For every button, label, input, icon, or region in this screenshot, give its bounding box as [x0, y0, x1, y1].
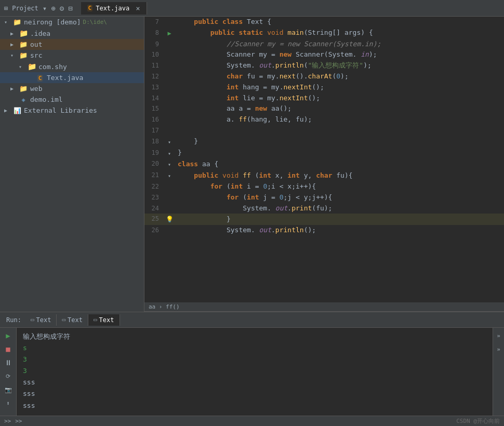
run-toolbar: ▶ ■ ⏸ ⟳ 📷 ⬆ — [0, 328, 17, 416]
run-camera-button[interactable]: 📷 — [3, 384, 14, 395]
settings-icon[interactable]: ⚙ — [60, 4, 64, 12]
com-shy-label: com.shy — [38, 63, 67, 71]
line-number: 22 — [144, 181, 163, 192]
sidebar-item-web[interactable]: ▶ 📁 web — [0, 83, 144, 94]
sidebar-item-ext-lib[interactable]: ▶ 📊 External Libraries — [0, 105, 144, 116]
table-row: 23 for (int j = 0;j < y;j++){ — [144, 192, 504, 203]
run-rerun-button[interactable]: ⟳ — [3, 370, 14, 382]
line-gutter — [163, 82, 176, 93]
line-gutter — [163, 60, 176, 71]
run-tab-1-icon: ▭ — [31, 316, 34, 323]
line-gutter-arrow: ▶ — [163, 28, 176, 39]
expand-right-btn2[interactable]: >> — [15, 418, 22, 424]
output-line-7: sss — [23, 400, 486, 411]
root-label: neirong [demo] — [24, 18, 81, 26]
web-label: web — [30, 85, 42, 92]
sidebar-item-out[interactable]: ▶ 📁 out — [0, 39, 144, 50]
line-number: 26 — [144, 225, 163, 236]
src-label: src — [30, 51, 42, 59]
run-play-button[interactable]: ▶ — [3, 330, 14, 341]
run-pause-button[interactable]: ⏸ — [3, 357, 14, 368]
table-row: 7 public class Text { — [144, 17, 504, 28]
table-row: 16 a. ff(hang, lie, fu); — [144, 114, 504, 125]
run-output: 输入想构成字符 s 3 3 sss sss sss — [17, 328, 493, 416]
root-folder-icon: 📁 — [12, 18, 22, 26]
line-gutter-fold[interactable]: ▾ — [163, 136, 176, 148]
line-gutter-fold[interactable]: ▾ — [163, 148, 176, 159]
tab-close-btn[interactable]: × — [136, 4, 140, 12]
sidebar: ▾ 📁 neirong [demo] D:\ide\ ▶ 📁 .idea ▶ 📁… — [0, 17, 144, 312]
table-row: 17 — [144, 125, 504, 136]
line-gutter — [163, 192, 176, 203]
table-row: 25 💡 } — [144, 214, 504, 225]
run-tab-2-icon: ▭ — [62, 316, 65, 323]
line-code: a. ff(hang, lie, fu); — [176, 114, 504, 125]
bottom-bar: >> >> CSDN @开心向前 — [0, 416, 504, 426]
title-bar-left: ⊞ Project ▾ ⊕ ⚙ ⊟ — [4, 4, 73, 12]
line-code: int lie = my.nextInt(); — [176, 93, 504, 104]
sidebar-item-demo-iml[interactable]: ◈ demo.iml — [0, 94, 144, 105]
run-upload-button[interactable]: ⬆ — [3, 397, 14, 409]
add-icon[interactable]: ⊕ — [51, 4, 55, 12]
run-tab-1[interactable]: ▭ Text — [25, 314, 57, 326]
table-row: 8 ▶ public static void main(String[] arg… — [144, 28, 504, 39]
line-number: 9 — [144, 39, 163, 50]
run-stop-button[interactable]: ■ — [3, 343, 14, 355]
line-code — [176, 125, 504, 136]
line-number: 24 — [144, 203, 163, 214]
sidebar-root[interactable]: ▾ 📁 neirong [demo] D:\ide\ — [0, 17, 144, 28]
line-number: 7 — [144, 17, 163, 28]
run-tab-1-label: Text — [36, 316, 51, 324]
editor-tab-label: Text.java — [96, 5, 129, 12]
line-gutter — [163, 125, 176, 136]
iml-icon: ◈ — [19, 96, 28, 103]
line-number: 12 — [144, 71, 163, 82]
line-gutter — [163, 225, 176, 236]
table-row: 19 ▾ } — [144, 148, 504, 159]
sidebar-item-idea[interactable]: ▶ 📁 .idea — [0, 28, 144, 39]
run-tab-3-icon: ▭ — [94, 316, 97, 323]
sidebar-item-com-shy[interactable]: ▾ 📁 com.shy — [0, 61, 144, 72]
line-gutter-bulb: 💡 — [163, 214, 176, 225]
line-gutter — [163, 49, 176, 60]
line-number: 17 — [144, 125, 163, 136]
output-line-5: sss — [23, 377, 486, 388]
editor-content[interactable]: 7 public class Text { 8 ▶ public static … — [144, 17, 504, 302]
chevron-down-icon[interactable]: ▾ — [43, 4, 47, 12]
line-code: class aa { — [176, 158, 504, 170]
expand-left-button[interactable]: >> — [4, 418, 11, 424]
layout-icon[interactable]: ⊟ — [68, 4, 72, 12]
line-code: Scanner my = new Scanner(System. in); — [176, 49, 504, 60]
sidebar-item-src[interactable]: ▾ 📁 src — [0, 50, 144, 61]
run-tab-2[interactable]: ▭ Text — [57, 314, 88, 326]
editor-area: 7 public class Text { 8 ▶ public static … — [144, 17, 504, 312]
line-number: 19 — [144, 148, 163, 159]
line-code: System. out.println("输入想构成字符"); — [176, 60, 504, 71]
table-row: 26 System. out.println(); — [144, 225, 504, 236]
table-row: 11 System. out.println("输入想构成字符"); — [144, 60, 504, 71]
run-tab-3[interactable]: ▭ Text — [88, 314, 120, 326]
collapse-right-button[interactable]: » — [493, 343, 505, 355]
run-tab-bar: Run: ▭ Text ▭ Text ▭ Text — [0, 312, 504, 328]
idea-folder-icon: 📁 — [19, 29, 28, 37]
expand-right-button[interactable]: » — [493, 330, 505, 341]
line-gutter-fold[interactable]: ▾ — [163, 158, 176, 170]
line-gutter — [163, 181, 176, 192]
web-arrow: ▶ — [10, 86, 19, 91]
line-gutter-fold[interactable]: ▾ — [163, 170, 176, 181]
table-row: 15 aa a = new aa(); — [144, 103, 504, 114]
src-folder-icon: 📁 — [19, 51, 28, 59]
code-table: 7 public class Text { 8 ▶ public static … — [144, 17, 504, 236]
run-tab-2-label: Text — [68, 316, 83, 324]
table-row: 24 System. out.print(fu); — [144, 203, 504, 214]
editor-tab-text-java[interactable]: C Text.java × — [81, 2, 147, 15]
line-number: 16 — [144, 114, 163, 125]
line-code: } — [176, 214, 504, 225]
line-gutter — [163, 71, 176, 82]
ext-lib-label: External Libraries — [24, 106, 97, 114]
project-label[interactable]: Project — [12, 5, 38, 12]
sidebar-item-text-java[interactable]: C Text.java — [0, 72, 144, 83]
run-tab-3-label: Text — [99, 316, 114, 324]
line-code: public class Text { — [176, 17, 504, 28]
ext-lib-arrow: ▶ — [4, 108, 12, 113]
